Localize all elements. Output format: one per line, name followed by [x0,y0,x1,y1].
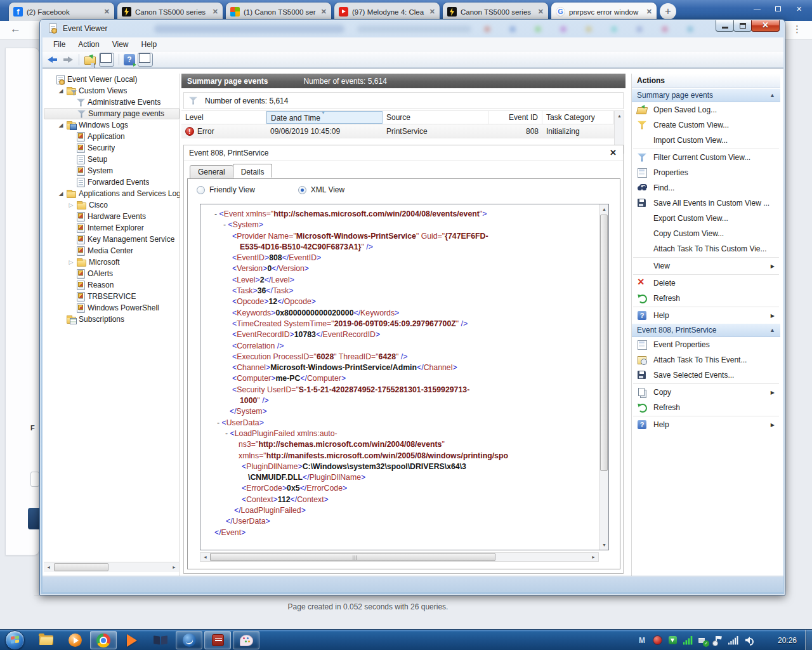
tab-close-icon[interactable]: ✕ [213,8,218,16]
action-create-custom-view[interactable]: Create Custom View... [632,117,780,133]
taskbar-item-palette-app[interactable] [233,631,259,649]
close-button[interactable]: ✕ [751,20,780,32]
tree-item-applications-and-services-logs[interactable]: ◢Applications and Services Logs [44,188,180,199]
tree-item-windows-powershell[interactable]: Windows PowerShell [44,302,180,314]
tree-item-cisco[interactable]: ▷Cisco [44,199,180,211]
taskbar-item-explorer[interactable] [33,631,60,649]
taskbar-item-book[interactable] [147,631,174,649]
scroll-left-icon[interactable]: ◄ [200,552,210,562]
column-header-level[interactable]: Level [181,111,266,124]
back-button[interactable] [46,53,59,66]
signal-green-tray-icon[interactable] [683,635,693,646]
tree-item-subscriptions[interactable]: Subscriptions [44,314,180,325]
tree-item-media-center[interactable]: Media Center [44,245,180,256]
taskbar-item-blue-app[interactable] [176,631,202,649]
browser-close-button[interactable]: ✕ [790,3,808,15]
scroll-up-icon[interactable]: ▲ [615,111,624,121]
tree-item-trbservice[interactable]: TRBSERVICE [44,291,180,302]
scrollbar-thumb[interactable] [210,553,495,561]
browser-menu-icon[interactable]: ⋮ [792,23,802,35]
action-event-properties[interactable]: Event Properties [632,337,780,352]
collapse-chevron-icon[interactable]: ▲ [769,92,775,98]
forward-button[interactable] [62,53,74,66]
column-header-source[interactable]: Source [383,111,488,124]
usb-safely-remove-tray-icon[interactable] [698,635,708,646]
tree-horizontal-scrollbar[interactable]: ◄ ► [44,562,179,572]
tree-item-application[interactable]: Application [44,131,180,142]
action-delete[interactable]: Delete [632,275,780,291]
action-save-selected-events[interactable]: Save Selected Events... [632,368,780,383]
tree-item-oalerts[interactable]: OAlerts [44,268,180,279]
idm-tray-icon[interactable] [667,635,678,646]
action-copy[interactable]: Copy▶ [632,385,780,400]
minimize-button[interactable] [716,20,734,32]
network-bars-tray-icon[interactable] [728,635,738,646]
tree-item-forwarded-events[interactable]: Forwarded Events [44,176,180,188]
page-button-fragment[interactable] [28,508,39,529]
window-title-bar[interactable]: Event Viewer ✕ [40,20,785,37]
action-open-saved-log[interactable]: Open Saved Log... [632,102,780,117]
malwarebytes-tray-icon[interactable]: M [637,635,647,646]
action-refresh[interactable]: Refresh [632,400,780,415]
radio-xml-view[interactable]: XML View [298,185,344,194]
radio-friendly-view[interactable]: Friendly View [197,185,255,194]
tree-item-internet-explorer[interactable]: Internet Explorer [44,222,180,234]
action-help[interactable]: Help▶ [632,417,780,432]
xml-horizontal-scrollbar[interactable]: ◄ ► [200,552,599,562]
scrollbar-thumb[interactable] [600,215,608,471]
action-save-all-events-in-custom-view[interactable]: Save All Events in Custom View ... [632,196,780,211]
tree-item-administrative-events[interactable]: Administrative Events [44,96,180,108]
tree-item-setup[interactable]: Setup [44,154,180,165]
tree-item-key-management-service[interactable]: Key Management Service [44,234,180,245]
menu-help[interactable]: Help [136,39,163,50]
scroll-down-icon[interactable]: ▼ [599,540,609,550]
action-copy-custom-view[interactable]: Copy Custom View... [632,226,780,241]
tab-details[interactable]: Details [233,164,273,178]
action-import-custom-view[interactable]: Import Custom View... [632,133,780,148]
close-panel-icon[interactable]: ✕ [610,148,617,157]
expander-icon[interactable]: ▷ [68,259,74,265]
action-center-flag-tray-icon[interactable] [713,635,723,646]
browser-tab-pnrpsvc-error-window[interactable]: pnrpsvc error window✕ [551,3,657,21]
action-export-custom-view[interactable]: Export Custom View... [632,211,780,226]
menu-view[interactable]: View [107,39,134,50]
action-properties[interactable]: Properties [632,165,780,180]
radio-button-icon[interactable] [298,186,306,194]
browser-tab-canon-ts5000-series[interactable]: Canon TS5000 series✕ [443,3,548,21]
tab-close-icon[interactable]: ✕ [538,8,544,16]
start-button[interactable] [5,630,25,650]
tab-close-icon[interactable]: ✕ [104,8,110,16]
scroll-left-icon[interactable]: ◄ [44,562,53,572]
xml-vertical-scrollbar[interactable]: ▲ ▼ [599,204,608,550]
tree-item-summary-page-events[interactable]: Summary page events [44,108,180,119]
tree-item-microsoft[interactable]: ▷Microsoft [44,256,180,268]
show-desktop-button[interactable] [805,630,812,650]
radio-button-icon[interactable] [197,186,205,194]
menu-action[interactable]: Action [72,39,105,50]
scroll-up-icon[interactable]: ▲ [599,204,609,214]
action-attach-task-to-this-custom-vie[interactable]: Attach Task To This Custom Vie... [632,241,780,256]
tree-item-hardware-events[interactable]: Hardware Events [44,211,180,222]
column-header-date-and-time[interactable]: ▾Date and Time [266,111,383,124]
browser-maximize-button[interactable] [769,3,787,15]
column-header-event-id[interactable]: Event ID [488,111,542,124]
actions-section-header-summary-page-events[interactable]: Summary page events▲ [632,88,780,102]
tree-item-custom-views[interactable]: ◢Custom Views [44,85,180,96]
action-filter-current-custom-view[interactable]: Filter Current Custom View... [632,150,780,165]
volume-tray-icon[interactable] [743,635,754,646]
red-utility-tray-icon[interactable] [652,635,662,646]
menu-file[interactable]: File [48,39,71,50]
column-header-task-category[interactable]: Task Category [542,111,614,124]
browser-minimize-button[interactable]: — [748,3,766,15]
open-saved-log-button[interactable] [84,53,96,66]
action-view[interactable]: View▶ [632,258,780,274]
taskbar-item-red-app[interactable] [204,631,231,649]
event-table-row[interactable]: !Error 09/06/2019 10:45:09 PrintService … [181,124,614,138]
tab-close-icon[interactable]: ✕ [429,8,435,16]
actions-section-header-event-808-printservice[interactable]: Event 808, PrintService▲ [632,323,780,337]
scrollbar-thumb[interactable] [54,563,108,571]
expander-icon[interactable]: ◢ [58,190,64,197]
tree-item-reason[interactable]: Reason [44,279,180,291]
expander-icon[interactable]: ◢ [58,122,64,128]
action-refresh[interactable]: Refresh [632,291,780,306]
